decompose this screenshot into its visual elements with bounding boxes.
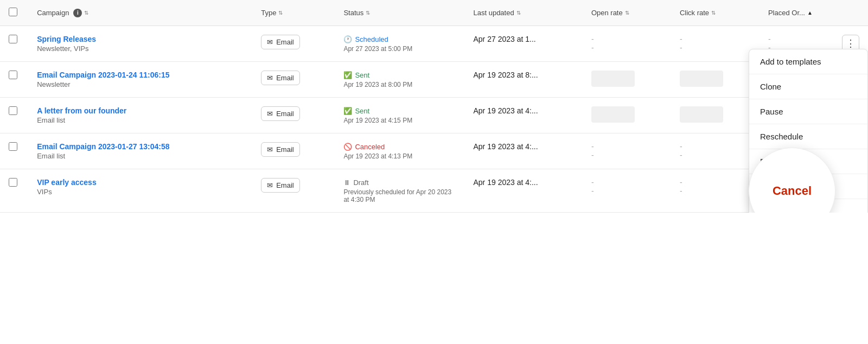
campaigns-table: Campaign i ⇅ Type ⇅ Status ⇅ [0, 0, 868, 213]
type-cell: ✉ Email [252, 133, 335, 169]
campaign-sort-icon[interactable]: ⇅ [84, 10, 88, 16]
click-rate-cell: -- [671, 133, 760, 169]
type-badge: ✉ Email [261, 106, 300, 121]
th-placed-orders-label: Placed Or... [768, 9, 805, 17]
email-icon: ✉ [267, 38, 273, 46]
row-checkbox[interactable] [9, 106, 17, 115]
last-updated-value: Apr 19 2023 at 4:... [474, 142, 538, 151]
th-campaign[interactable]: Campaign i ⇅ [28, 0, 252, 26]
last-updated-value: Apr 19 2023 at 8:... [474, 71, 538, 79]
open-rate-cell: -- [583, 133, 671, 169]
last-updated-cell: Apr 19 2023 at 4:... [465, 133, 583, 169]
campaign-cell: Email Campaign 2023-01-27 13:04:58 Email… [28, 133, 252, 169]
open-rate-sort-icon[interactable]: ⇅ [625, 10, 629, 16]
click-rate-cell [671, 98, 760, 133]
cancel-icon: 🚫 [343, 143, 352, 151]
open-rate-value2: - [591, 151, 594, 160]
th-last-updated[interactable]: Last updated ⇅ [465, 0, 583, 26]
draft-icon: ⏸ [343, 179, 350, 187]
click-rate-value2: - [680, 151, 682, 160]
check-icon: ✅ [343, 71, 352, 79]
click-rate-value2: - [680, 43, 682, 52]
dropdown-item-pause[interactable]: Pause [749, 99, 867, 124]
row-checkbox[interactable] [9, 35, 17, 43]
open-rate-cell: -- [583, 26, 671, 62]
open-rate-value: - [591, 142, 594, 151]
th-click-rate-label: Click rate [680, 9, 709, 17]
clock-icon: 🕐 [343, 35, 352, 43]
th-placed-orders[interactable]: Placed Or... ▲ [760, 0, 830, 26]
th-type-label: Type [261, 9, 276, 17]
campaign-name-link[interactable]: Email Campaign 2023-01-24 11:06:15 [37, 71, 244, 79]
th-click-rate[interactable]: Click rate ⇅ [671, 0, 760, 26]
row-checkbox-cell [0, 133, 28, 169]
th-open-rate[interactable]: Open rate ⇅ [583, 0, 671, 26]
type-label: Email [276, 110, 294, 118]
th-type[interactable]: Type ⇅ [252, 0, 335, 26]
status-badge-sent: ✅ Sent [343, 107, 369, 115]
table-row: A letter from our founder Email list ✉ E… [0, 98, 868, 133]
dropdown-item-reschedule[interactable]: Reschedule [749, 124, 867, 149]
dropdown-item-clone[interactable]: Clone [749, 74, 867, 99]
campaign-cell: A letter from our founder Email list [28, 98, 252, 133]
last-updated-sort-icon[interactable]: ⇅ [516, 10, 521, 16]
status-sort-icon[interactable]: ⇅ [366, 10, 370, 16]
table-row: Email Campaign 2023-01-27 13:04:58 Email… [0, 133, 868, 169]
click-rate-cell: -- [671, 169, 760, 213]
campaign-name-link[interactable]: Spring Releases [37, 35, 244, 43]
click-rate-cell: -- [671, 26, 760, 62]
type-sort-icon[interactable]: ⇅ [278, 10, 283, 16]
row-checkbox[interactable] [9, 178, 17, 187]
dropdown-item-add-to-templates[interactable]: Add to templates [749, 49, 867, 74]
th-open-rate-label: Open rate [591, 9, 623, 17]
campaign-name-link[interactable]: Email Campaign 2023-01-27 13:04:58 [37, 142, 244, 151]
type-cell: ✉ Email [252, 26, 335, 62]
open-rate-value2: - [591, 187, 594, 195]
status-sub-text: Apr 19 2023 at 4:15 PM [343, 117, 456, 124]
email-icon: ✉ [267, 181, 273, 189]
type-badge: ✉ Email [261, 71, 300, 85]
cancel-circle-label[interactable]: Cancel [773, 184, 812, 198]
type-label: Email [276, 145, 294, 154]
row-checkbox[interactable] [9, 142, 17, 151]
status-cell: ✅ Sent Apr 19 2023 at 8:00 PM [335, 62, 464, 98]
status-badge-draft: ⏸ Draft [343, 179, 368, 187]
open-rate-cell [583, 62, 671, 98]
table-row: Email Campaign 2023-01-24 11:06:15 Newsl… [0, 62, 868, 98]
click-rate-sort-icon[interactable]: ⇅ [711, 10, 716, 16]
th-actions [830, 0, 868, 26]
th-campaign-label: Campaign [37, 9, 69, 17]
click-rate-value: - [680, 142, 682, 151]
status-cell: 🕐 Scheduled Apr 27 2023 at 5:00 PM [335, 26, 464, 62]
th-status-label: Status [343, 9, 363, 17]
campaign-sub-label: Newsletter [37, 80, 244, 88]
campaign-name-link[interactable]: VIP early access [37, 178, 244, 187]
th-status[interactable]: Status ⇅ [335, 0, 464, 26]
open-rate-cell [583, 98, 671, 133]
type-cell: ✉ Email [252, 98, 335, 133]
type-label: Email [276, 38, 294, 46]
campaigns-table-wrapper: Campaign i ⇅ Type ⇅ Status ⇅ [0, 0, 868, 213]
campaign-sub-label: Newsletter, VIPs [37, 44, 244, 53]
select-all-checkbox[interactable] [9, 8, 17, 16]
campaign-name-link[interactable]: A letter from our founder [37, 106, 244, 115]
last-updated-value: Apr 19 2023 at 4:... [474, 106, 538, 115]
campaign-sub-label: VIPs [37, 188, 244, 196]
status-badge-sent: ✅ Sent [343, 71, 369, 79]
type-label: Email [276, 74, 294, 82]
check-icon: ✅ [343, 107, 352, 115]
type-badge: ✉ Email [261, 35, 300, 49]
open-rate-value: - [591, 178, 594, 187]
row-checkbox-cell [0, 169, 28, 213]
status-sub-text: Apr 27 2023 at 5:00 PM [343, 45, 456, 53]
last-updated-cell: Apr 19 2023 at 4:... [465, 98, 583, 133]
row-checkbox[interactable] [9, 71, 17, 79]
last-updated-cell: Apr 19 2023 at 4:... [465, 169, 583, 213]
row-checkbox-cell [0, 98, 28, 133]
email-icon: ✉ [267, 110, 273, 118]
status-badge-scheduled: 🕐 Scheduled [343, 35, 388, 43]
placed-orders-sort-icon[interactable]: ▲ [807, 10, 813, 16]
click-rate-value2: - [680, 187, 682, 195]
campaign-sub-label: Email list [37, 116, 244, 124]
type-label: Email [276, 181, 294, 189]
